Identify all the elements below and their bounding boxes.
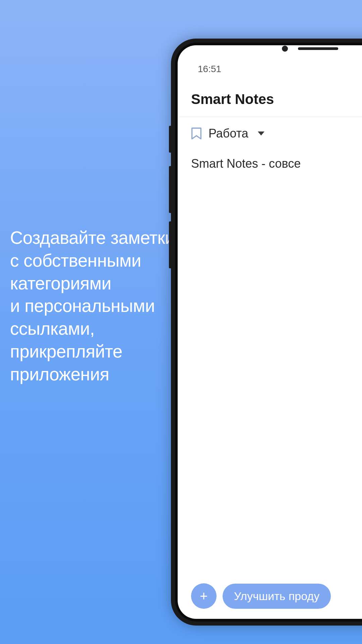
phone-notch: [263, 43, 357, 54]
promo-text: Создавайте заметки с собственными катего…: [10, 226, 175, 386]
status-time: 16:51: [198, 64, 221, 74]
add-button[interactable]: +: [191, 583, 217, 609]
app-title: Smart Notes: [191, 91, 362, 107]
promo-line-1: Создавайте заметки: [10, 226, 175, 249]
note-text[interactable]: Smart Notes - совсе: [178, 150, 362, 177]
promo-line-6: прикрепляйте: [10, 340, 175, 363]
chevron-down-icon: [258, 131, 264, 136]
promo-line-7: приложения: [10, 363, 175, 386]
bottom-actions: + Улучшить проду: [178, 583, 362, 619]
phone-screen: 16:51 Smart Notes Работа Smart Notes - с…: [178, 45, 362, 619]
phone-volume-down: [169, 221, 171, 268]
app-header: Smart Notes: [178, 81, 362, 117]
category-label: Работа: [208, 126, 248, 141]
phone-volume-up: [169, 166, 171, 213]
category-dropdown[interactable]: Работа: [178, 117, 362, 150]
bookmark-icon: [191, 127, 202, 140]
phone-inner: 16:51 Smart Notes Работа Smart Notes - с…: [175, 43, 362, 622]
speaker-icon: [298, 47, 338, 50]
camera-icon: [282, 46, 288, 52]
promo-line-5: ссылками,: [10, 317, 175, 340]
improve-product-chip[interactable]: Улучшить проду: [223, 584, 331, 609]
promo-line-3: категориями: [10, 272, 175, 295]
promo-line-2: с собственными: [10, 249, 175, 272]
promo-line-4: и персональными: [10, 294, 175, 317]
plus-icon: +: [200, 589, 207, 604]
phone-frame: 16:51 Smart Notes Работа Smart Notes - с…: [171, 39, 362, 626]
phone-side-button: [169, 126, 171, 153]
